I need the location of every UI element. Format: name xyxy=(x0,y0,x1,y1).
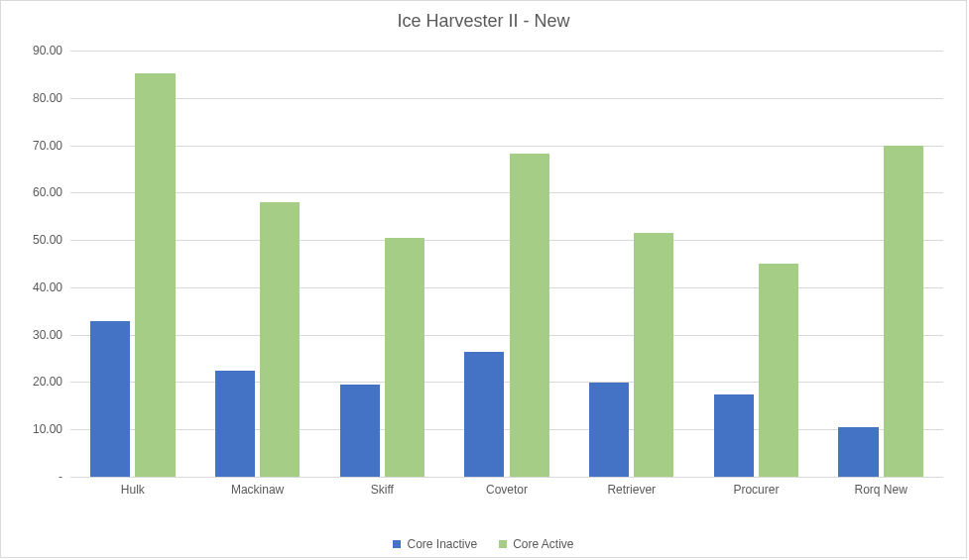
bars-layer xyxy=(70,51,943,477)
legend-item-inactive: Core Inactive xyxy=(393,537,477,551)
bar-core-active xyxy=(759,264,798,477)
bar-core-active xyxy=(634,233,673,477)
category-group xyxy=(444,51,569,477)
legend: Core Inactive Core Active xyxy=(1,537,966,551)
y-tick-label: 70.00 xyxy=(13,139,70,153)
legend-label-active: Core Active xyxy=(513,537,573,551)
x-tick-label: Skiff xyxy=(319,477,444,506)
bar-core-active xyxy=(385,238,424,477)
bar-core-active xyxy=(135,73,175,477)
legend-swatch-active xyxy=(499,540,507,548)
bar-core-inactive xyxy=(714,394,754,477)
x-tick-label: Mackinaw xyxy=(195,477,320,506)
legend-label-inactive: Core Inactive xyxy=(407,537,477,551)
bar-core-inactive xyxy=(589,383,629,477)
bar-core-inactive xyxy=(90,321,130,477)
bar-core-active xyxy=(260,202,300,477)
x-tick-label: Covetor xyxy=(444,477,569,506)
category-group xyxy=(70,51,195,477)
bar-core-inactive xyxy=(340,385,380,477)
y-tick-label: 20.00 xyxy=(13,375,70,389)
y-tick-label: 40.00 xyxy=(13,280,70,294)
y-tick-label: 10.00 xyxy=(13,422,70,436)
x-axis: HulkMackinawSkiffCovetorRetrieverProcure… xyxy=(70,477,943,506)
bar-core-inactive xyxy=(464,352,504,477)
category-group xyxy=(319,51,444,477)
category-group xyxy=(569,51,694,477)
legend-item-active: Core Active xyxy=(499,537,573,551)
category-group xyxy=(694,51,819,477)
legend-swatch-inactive xyxy=(393,540,401,548)
bar-core-inactive xyxy=(838,427,878,477)
y-tick-label: 60.00 xyxy=(13,185,70,199)
y-tick-label: - xyxy=(13,470,70,484)
y-tick-label: 50.00 xyxy=(13,233,70,247)
x-tick-label: Hulk xyxy=(70,477,195,506)
plot-area: -10.0020.0030.0040.0050.0060.0070.0080.0… xyxy=(70,51,943,477)
chart-title: Ice Harvester II - New xyxy=(1,1,966,43)
category-group xyxy=(818,51,943,477)
bar-core-active xyxy=(510,154,549,477)
y-tick-label: 30.00 xyxy=(13,328,70,342)
category-group xyxy=(195,51,320,477)
y-tick-label: 90.00 xyxy=(13,44,70,57)
x-tick-label: Retriever xyxy=(569,477,694,506)
bar-core-active xyxy=(884,146,923,477)
x-tick-label: Procurer xyxy=(694,477,819,506)
x-tick-label: Rorq New xyxy=(818,477,943,506)
y-tick-label: 80.00 xyxy=(13,91,70,105)
chart-container: Ice Harvester II - New -10.0020.0030.004… xyxy=(0,0,967,558)
bar-core-inactive xyxy=(215,371,255,478)
